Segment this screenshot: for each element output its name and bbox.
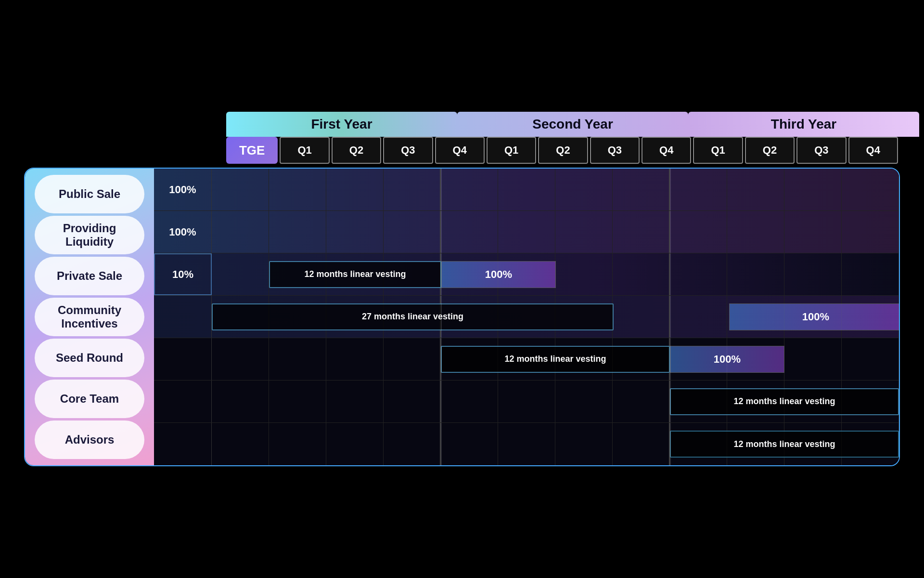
tge-header: TGE bbox=[226, 137, 278, 164]
year-group-first: First Year bbox=[226, 112, 457, 137]
providing-liquidity-tge: 100% bbox=[154, 211, 212, 253]
second-year-label: Second Year bbox=[457, 112, 688, 137]
q4-first: Q4 bbox=[435, 137, 485, 164]
private-sale-quarters: 12 months linear vesting 100% bbox=[212, 253, 899, 295]
q2-second: Q2 bbox=[538, 137, 588, 164]
label-advisors: Advisors bbox=[35, 420, 144, 459]
advisors-vesting-bar: 12 months linear vesting bbox=[670, 431, 899, 458]
quarters-row: TGE Q1 Q2 Q3 Q4 Q1 Q2 Q3 Q4 Q1 Q2 Q3 Q4 bbox=[226, 137, 900, 164]
community-incentives-complete: 100% bbox=[729, 303, 899, 330]
private-sale-tge: 10% bbox=[154, 253, 212, 295]
community-incentives-quarters: 27 months linear vesting 100% bbox=[212, 296, 899, 338]
advisors-tge bbox=[154, 423, 212, 465]
q1-second: Q1 bbox=[487, 137, 536, 164]
q4-third: Q4 bbox=[848, 137, 898, 164]
row-seed-round: 12 months linear vesting 100% bbox=[154, 338, 899, 381]
seed-round-quarters: 12 months linear vesting 100% bbox=[212, 338, 899, 380]
q1-third: Q1 bbox=[693, 137, 743, 164]
label-seed-round: Seed Round bbox=[35, 339, 144, 377]
row-providing-liquidity: 100% bbox=[154, 211, 899, 253]
year-group-second: Second Year bbox=[457, 112, 688, 137]
sidebar: Public Sale Providing Liquidity Private … bbox=[25, 169, 154, 465]
q2-third: Q2 bbox=[745, 137, 795, 164]
private-sale-vesting-bar: 12 months linear vesting bbox=[269, 261, 441, 288]
q3-second: Q3 bbox=[590, 137, 640, 164]
seed-round-tge bbox=[154, 338, 212, 380]
community-incentives-tge bbox=[154, 296, 212, 338]
year-group-third: Third Year bbox=[688, 112, 919, 137]
providing-liquidity-quarters bbox=[212, 211, 899, 253]
label-private-sale: Private Sale bbox=[35, 257, 144, 295]
core-team-vesting-bar: 12 months linear vesting bbox=[670, 388, 899, 415]
label-community-incentives: Community Incentives bbox=[35, 298, 144, 336]
core-team-tge bbox=[154, 381, 212, 422]
row-private-sale: 10% 12 months linear vesting 100% bbox=[154, 253, 899, 296]
public-sale-tge: 100% bbox=[154, 169, 212, 210]
chart-wrapper: First Year Second Year Third Year TGE Q1… bbox=[24, 112, 900, 466]
label-providing-liquidity: Providing Liquidity bbox=[35, 216, 144, 254]
row-core-team: 12 months linear vesting bbox=[154, 381, 899, 423]
third-year-label: Third Year bbox=[688, 112, 919, 137]
q3-third: Q3 bbox=[796, 137, 846, 164]
main-content: Public Sale Providing Liquidity Private … bbox=[24, 168, 900, 466]
q1-first: Q1 bbox=[280, 137, 329, 164]
first-year-label: First Year bbox=[226, 112, 457, 137]
grid-area: 100% 100% bbox=[154, 169, 899, 465]
core-team-quarters: 12 months linear vesting bbox=[212, 381, 899, 422]
public-sale-quarters bbox=[212, 169, 899, 210]
q4-second: Q4 bbox=[642, 137, 691, 164]
label-core-team: Core Team bbox=[35, 380, 144, 418]
row-community-incentives: 27 months linear vesting 100% bbox=[154, 296, 899, 338]
q3-first: Q3 bbox=[383, 137, 433, 164]
row-public-sale: 100% bbox=[154, 169, 899, 211]
header-area: First Year Second Year Third Year bbox=[226, 112, 900, 137]
community-incentives-vesting-bar: 27 months linear vesting bbox=[212, 303, 614, 330]
seed-round-complete: 100% bbox=[670, 346, 784, 373]
q2-first: Q2 bbox=[332, 137, 381, 164]
private-sale-complete: 100% bbox=[441, 261, 556, 288]
row-advisors: 12 months linear vesting bbox=[154, 423, 899, 465]
advisors-quarters: 12 months linear vesting bbox=[212, 423, 899, 465]
label-public-sale: Public Sale bbox=[35, 175, 144, 213]
seed-round-vesting-bar: 12 months linear vesting bbox=[441, 346, 670, 373]
